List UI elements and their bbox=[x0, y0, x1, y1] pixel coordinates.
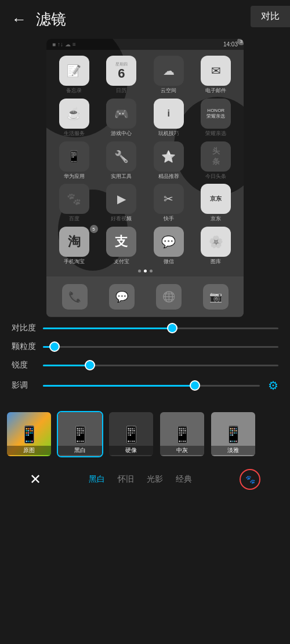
list-item: HONOR荣耀亲选 荣耀亲选 bbox=[194, 99, 238, 137]
header: ← 滤镜 对比 bbox=[0, 0, 290, 39]
tone-thumb[interactable] bbox=[190, 380, 200, 391]
list-item: 头条 3 今日头条 bbox=[194, 141, 238, 180]
bottom-nav: ✕ 黑白 怀旧 光影 经典 🐾 bbox=[0, 462, 290, 497]
filter-midgray-label: 中灰 bbox=[160, 446, 204, 455]
list-item: 💬 微信 bbox=[147, 227, 191, 265]
phone-preview: ■ ↑↓ ☁ ≡ 14:03 📝 备忘录 星期四 6 日历 ☁ bbox=[46, 39, 244, 317]
app-label: 支付宝 bbox=[114, 259, 129, 265]
app-label: 图库 bbox=[211, 259, 221, 265]
app-icon-life: ☕ bbox=[59, 99, 89, 129]
dock-message: 💬 bbox=[109, 284, 135, 310]
app-label: 微信 bbox=[164, 259, 174, 265]
list-item: 🐾 百度 bbox=[52, 184, 96, 222]
list-item: 京东 京东 bbox=[194, 184, 238, 222]
app-icon-kuaishou: ✂ bbox=[154, 184, 184, 214]
sharpness-fill bbox=[43, 365, 90, 366]
app-label: 快手 bbox=[164, 216, 174, 222]
grain-label: 颗粒度 bbox=[12, 341, 37, 352]
list-item: 🌸 图库 bbox=[194, 227, 238, 265]
grain-thumb[interactable] bbox=[49, 341, 60, 352]
tab-vintage[interactable]: 怀旧 bbox=[118, 474, 134, 485]
app-label: 游戏中心 bbox=[111, 130, 132, 137]
filter-hd[interactable]: 📱 硬像 bbox=[108, 411, 154, 457]
app-icon-tools: 🔧 bbox=[106, 141, 136, 172]
tab-light[interactable]: 光影 bbox=[147, 474, 163, 485]
app-grid-row5: 淘 5 手机淘宝 支 支付宝 💬 微信 🌸 图库 bbox=[50, 224, 240, 267]
dock-camera: 📷 bbox=[203, 284, 229, 310]
app-grid-row1: 📝 备忘录 星期四 6 日历 ☁ 云空间 ✉ 电子邮件 bbox=[50, 53, 240, 96]
tone-track[interactable] bbox=[43, 385, 260, 387]
app-label: 玩机技巧 bbox=[158, 130, 179, 137]
calendar-date: 6 bbox=[118, 67, 125, 80]
app-label: 手机淘宝 bbox=[64, 259, 85, 265]
app-icon-gallery: 🌸 bbox=[201, 227, 231, 257]
dock-browser: 🌐 bbox=[156, 284, 182, 310]
contrast-slider-row: 对比度 bbox=[12, 323, 278, 333]
app-icon-toutiao: 头条 bbox=[201, 141, 231, 172]
filter-midgray[interactable]: 📱 中灰 bbox=[159, 411, 205, 457]
app-label: 精品推荐 bbox=[158, 173, 179, 180]
filter-original-label: 原图 bbox=[7, 446, 51, 455]
contrast-track[interactable] bbox=[43, 328, 278, 329]
close-button[interactable]: ✕ bbox=[30, 471, 41, 487]
app-icon-game: 🎮 bbox=[106, 99, 136, 129]
tone-slider-row: 影调 ⚙ bbox=[12, 379, 278, 392]
app-icon-wechat: 💬 bbox=[154, 227, 184, 257]
app-label: 好看视频 bbox=[111, 216, 132, 222]
sharpness-slider-row: 锐度 bbox=[12, 360, 278, 370]
app-grid-row2: ☕ 生活服务 🎮 游戏中心 i 玩机技巧 HONOR荣耀亲选 荣耀亲选 bbox=[50, 96, 240, 139]
app-icon-boutique: ⭐ bbox=[154, 141, 184, 172]
page-dot bbox=[150, 270, 153, 272]
page-dot bbox=[138, 270, 141, 272]
app-icon-huawei: 📱 bbox=[59, 141, 89, 172]
sharpness-thumb[interactable] bbox=[85, 360, 95, 370]
app-icon-notes: 📝 bbox=[59, 56, 89, 86]
list-item: 星期四 6 日历 bbox=[100, 56, 144, 94]
tab-bw[interactable]: 黑白 bbox=[89, 474, 105, 485]
list-item: 📱 华为应用 bbox=[52, 141, 96, 180]
app-label: 日历 bbox=[116, 88, 126, 94]
app-label: 今日头条 bbox=[205, 173, 226, 180]
app-icon-email: ✉ bbox=[201, 56, 231, 86]
app-label: 云空间 bbox=[161, 88, 176, 94]
filter-original[interactable]: 📱 原图 bbox=[6, 411, 52, 457]
app-icon-taobao: 淘 bbox=[59, 227, 89, 257]
baidu-icon-button[interactable]: 🐾 bbox=[240, 469, 260, 490]
filter-bw[interactable]: 📱 黑白 bbox=[57, 411, 103, 457]
list-item: ☕ 生活服务 bbox=[52, 99, 96, 137]
back-button[interactable]: ← bbox=[12, 10, 27, 28]
phone-dock: 📞 💬 🌐 📷 bbox=[46, 276, 244, 317]
filter-thumbnails: 📱 原图 📱 黑白 📱 硬像 📱 中灰 📱 淡雅 bbox=[0, 406, 290, 462]
app-label: 百度 bbox=[69, 216, 79, 222]
contrast-thumb[interactable] bbox=[167, 323, 177, 333]
badge-count: 3 bbox=[237, 39, 244, 45]
filter-bw-label: 黑白 bbox=[58, 446, 102, 455]
app-label: 实用工具 bbox=[111, 173, 132, 180]
baidu-paw-icon: 🐾 bbox=[245, 475, 255, 484]
slider-settings-button[interactable]: ⚙ bbox=[268, 379, 278, 392]
sharpness-label: 锐度 bbox=[12, 360, 37, 370]
tone-label: 影调 bbox=[12, 380, 37, 391]
page-dots bbox=[50, 270, 240, 272]
phone-content: 📝 备忘录 星期四 6 日历 ☁ 云空间 ✉ 电子邮件 ☕ bbox=[46, 50, 244, 316]
filter-tabs: 黑白 怀旧 光影 经典 bbox=[89, 474, 192, 485]
app-icon-alipay: 支 bbox=[106, 227, 136, 257]
compare-button[interactable]: 对比 bbox=[251, 6, 290, 27]
page-title: 滤镜 bbox=[36, 9, 66, 30]
sliders-section: 对比度 颗粒度 锐度 影调 ⚙ bbox=[0, 317, 290, 406]
list-item: ⭐ 精品推荐 bbox=[147, 141, 191, 180]
app-label: 备忘录 bbox=[66, 88, 82, 94]
app-label: 荣耀亲选 bbox=[205, 130, 226, 137]
app-icon-jd: 京东 bbox=[201, 184, 231, 214]
list-item: ✉ 电子邮件 bbox=[194, 56, 238, 94]
grain-track[interactable] bbox=[43, 346, 278, 348]
sharpness-track[interactable] bbox=[43, 365, 278, 366]
tab-classic[interactable]: 经典 bbox=[176, 474, 192, 485]
filter-elegant[interactable]: 📱 淡雅 bbox=[210, 411, 256, 457]
app-label: 生活服务 bbox=[64, 130, 85, 137]
app-grid-row3: 📱 华为应用 🔧 实用工具 ⭐ 精品推荐 头条 3 今日头条 bbox=[50, 139, 240, 182]
status-bar: ■ ↑↓ ☁ ≡ 14:03 bbox=[46, 39, 244, 50]
status-left: ■ ↑↓ ☁ ≡ bbox=[52, 41, 76, 48]
app-icon-tips: i bbox=[154, 99, 184, 129]
signal-icon: ■ bbox=[52, 41, 56, 48]
